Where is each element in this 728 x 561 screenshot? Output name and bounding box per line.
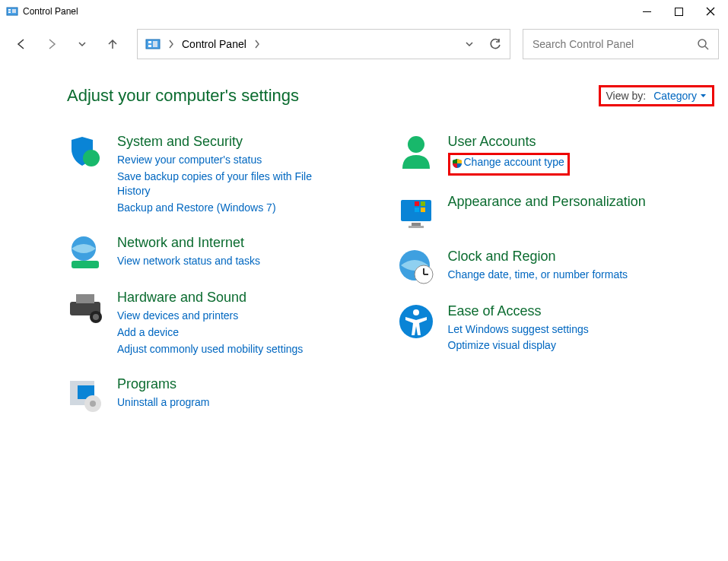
svg-point-25 xyxy=(408,136,424,153)
category-hardware: Hardware and Sound View devices and prin… xyxy=(67,290,389,358)
programs-icon xyxy=(67,376,103,413)
breadcrumb-root[interactable]: Control Panel xyxy=(182,38,246,50)
highlight-box: Change account type xyxy=(448,153,570,176)
category-link-change-account-type[interactable]: Change account type xyxy=(464,155,564,170)
category-title[interactable]: System and Security xyxy=(117,134,323,150)
category-link[interactable]: View network status and tasks xyxy=(117,254,260,269)
category-link[interactable]: Uninstall a program xyxy=(117,395,209,410)
forward-button[interactable] xyxy=(40,32,64,56)
svg-rect-30 xyxy=(421,201,425,206)
svg-rect-11 xyxy=(153,41,157,47)
category-link[interactable]: Adjust commonly used mobility settings xyxy=(117,342,303,357)
category-title[interactable]: Network and Internet xyxy=(117,235,260,251)
svg-rect-27 xyxy=(412,223,421,226)
control-panel-icon xyxy=(145,36,161,52)
category-title[interactable]: Clock and Region xyxy=(448,249,628,265)
category-title[interactable]: Ease of Access xyxy=(448,303,589,319)
svg-rect-29 xyxy=(415,201,419,206)
globe-icon xyxy=(67,235,103,271)
back-button[interactable] xyxy=(9,32,33,56)
close-button[interactable] xyxy=(699,1,722,22)
category-network: Network and Internet View network status… xyxy=(67,235,389,271)
up-button[interactable] xyxy=(100,32,125,56)
category-link[interactable]: Add a device xyxy=(117,325,179,341)
view-by-selector[interactable]: View by: Category xyxy=(599,85,714,106)
user-icon xyxy=(398,134,434,170)
uac-shield-icon xyxy=(452,158,463,169)
svg-rect-3 xyxy=(12,9,16,13)
category-title[interactable]: Programs xyxy=(117,376,209,392)
category-link[interactable]: Backup and Restore (Windows 7) xyxy=(117,201,276,216)
category-programs: Programs Uninstall a program xyxy=(67,376,389,413)
svg-rect-31 xyxy=(415,208,419,212)
category-title[interactable]: Hardware and Sound xyxy=(117,290,303,306)
content: Adjust your computer's settings View by:… xyxy=(0,65,728,431)
control-panel-icon xyxy=(6,5,18,17)
svg-rect-9 xyxy=(148,41,151,43)
search-placeholder: Search Control Panel xyxy=(532,38,634,50)
chevron-down-icon xyxy=(700,93,707,100)
svg-rect-10 xyxy=(148,45,151,47)
svg-point-14 xyxy=(83,150,100,166)
svg-line-13 xyxy=(705,46,708,49)
svg-rect-5 xyxy=(675,8,682,15)
accessibility-icon xyxy=(398,303,434,340)
printer-icon xyxy=(67,290,103,326)
recent-dropdown[interactable] xyxy=(70,32,94,56)
svg-point-24 xyxy=(90,401,96,407)
category-title[interactable]: Appearance and Personalization xyxy=(448,194,646,210)
svg-point-38 xyxy=(413,309,419,315)
category-link[interactable]: View devices and printers xyxy=(117,309,238,324)
category-link[interactable]: Save backup copies of your files with Fi… xyxy=(117,170,323,199)
category-ease-of-access: Ease of Access Let Windows suggest setti… xyxy=(398,303,720,355)
window-title: Control Panel xyxy=(23,6,78,17)
refresh-button[interactable] xyxy=(488,37,502,51)
category-system-security: System and Security Review your computer… xyxy=(67,134,389,217)
svg-rect-2 xyxy=(8,11,11,13)
category-link[interactable]: Change date, time, or number formats xyxy=(448,268,628,283)
svg-rect-18 xyxy=(76,294,94,303)
chevron-right-icon xyxy=(254,40,260,49)
svg-rect-16 xyxy=(72,261,99,268)
clock-globe-icon xyxy=(398,249,434,285)
category-clock: Clock and Region Change date, time, or n… xyxy=(398,249,720,285)
svg-point-20 xyxy=(93,314,99,320)
chevron-right-icon xyxy=(168,40,174,49)
category-appearance: Appearance and Personalization xyxy=(398,194,720,230)
category-link[interactable]: Let Windows suggest settings xyxy=(448,322,589,338)
category-title[interactable]: User Accounts xyxy=(448,134,570,150)
search-input[interactable]: Search Control Panel xyxy=(523,29,719,59)
nav-row: Control Panel Search Control Panel xyxy=(0,23,728,65)
page-title: Adjust your computer's settings xyxy=(67,86,299,106)
category-link[interactable]: Review your computer's status xyxy=(117,153,262,168)
svg-rect-28 xyxy=(409,226,424,228)
monitor-icon xyxy=(398,194,434,230)
svg-point-12 xyxy=(698,40,706,47)
svg-rect-32 xyxy=(421,208,425,212)
address-dropdown[interactable] xyxy=(464,39,475,49)
view-by-value: Category xyxy=(653,90,697,102)
minimize-button[interactable] xyxy=(635,1,658,22)
category-link[interactable]: Optimize visual display xyxy=(448,338,556,353)
shield-icon xyxy=(67,134,103,170)
search-icon xyxy=(697,38,709,50)
title-bar: Control Panel xyxy=(0,0,728,23)
view-by-label: View by: xyxy=(606,90,647,102)
maximize-button[interactable] xyxy=(667,1,690,22)
address-bar[interactable]: Control Panel xyxy=(137,29,510,59)
category-user-accounts: User Accounts Change account type xyxy=(398,134,720,176)
svg-rect-1 xyxy=(8,9,11,11)
